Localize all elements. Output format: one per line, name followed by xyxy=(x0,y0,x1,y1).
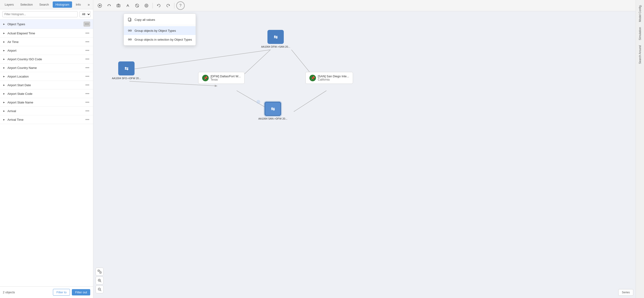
more-button-airport-start-date[interactable]: ••• xyxy=(84,83,90,87)
airport-box-dfw[interactable]: 📌 [DFW] Dallas/Fort W... Texas xyxy=(198,72,244,84)
expand-arrow-airport-start-date: ► xyxy=(3,84,6,86)
filter-input[interactable] xyxy=(2,11,78,17)
context-group-label: Group objects by Object Types xyxy=(134,29,176,33)
histogram-item-airport[interactable]: ► Airport ••• xyxy=(0,46,93,55)
item-label-actual-elapsed-time: Actual Elapsed Time xyxy=(8,32,84,35)
flight-icon-3: ⇆ xyxy=(271,106,275,112)
airport-node-san[interactable]: 📌 [SAN] San Diego Inte... California xyxy=(306,72,353,84)
right-sidebar: Model Config. Simulation Search Around xyxy=(636,0,644,298)
histogram-item-arrival-time[interactable]: ► Arrival Time ••• xyxy=(0,115,93,124)
context-group-selection-label: Group objects in selection by Object Typ… xyxy=(134,38,192,41)
tab-histogram[interactable]: Histogram xyxy=(53,2,72,8)
block-tool-button[interactable] xyxy=(133,2,141,10)
link-tool-button[interactable] xyxy=(105,2,113,10)
undo-button[interactable] xyxy=(154,2,163,10)
flight-node-3[interactable]: ⇆ AA1064 SAN->DFW 20... xyxy=(256,100,260,104)
airport-pin-san: 📌 xyxy=(310,75,316,81)
flight-icon-1: ⇆ xyxy=(124,66,128,71)
expand-arrow-arrival-time: ► xyxy=(3,118,6,121)
more-button-object-types[interactable]: ••• xyxy=(84,22,90,27)
sidebar-tab-search-around[interactable]: Search Around xyxy=(637,43,643,66)
camera-tool-button[interactable] xyxy=(114,2,123,10)
series-button[interactable]: Series xyxy=(618,289,633,296)
filter-select[interactable]: All xyxy=(80,11,91,17)
histogram-item-arrival[interactable]: ► Arrival ••• xyxy=(0,107,93,115)
histogram-item-airport-location[interactable]: ► Airport Location ••• xyxy=(0,72,93,81)
branch-tool-button[interactable] xyxy=(124,2,132,10)
histogram-item-object-types[interactable]: ► Object Types ••• xyxy=(0,19,93,29)
histogram-item-airport-country-name[interactable]: ► Airport Country Name ••• xyxy=(0,64,93,72)
context-menu-group-selection[interactable]: Group objects in selection by Object Typ… xyxy=(124,35,196,44)
item-label-airport-country-iso: Airport Country ISO Code xyxy=(8,57,84,61)
airport-node-dfw[interactable]: 📌 [DFW] Dallas/Fort W... Texas xyxy=(198,72,244,84)
item-label-airport-location: Airport Location xyxy=(8,75,84,78)
flight-label-1: AA1004 SFO->DFW 20... xyxy=(112,77,141,80)
item-label-airport-country-name: Airport Country Name xyxy=(8,66,84,70)
svg-rect-20 xyxy=(98,270,99,271)
canvas-area[interactable]: ⇆ AA1004 SFO->DFW 20... ⇆ AA1064 DFW->SA… xyxy=(93,11,636,298)
svg-line-25 xyxy=(100,281,101,282)
svg-point-16 xyxy=(128,30,130,31)
collapse-button[interactable]: » xyxy=(86,2,91,8)
context-menu: Copy all values Group objects by Object … xyxy=(124,14,196,46)
svg-point-3 xyxy=(118,5,119,6)
item-label-arrival: Arrival xyxy=(8,109,84,113)
airport-info-dfw: [DFW] Dallas/Fort W... Texas xyxy=(210,75,241,81)
toolbar: ? xyxy=(93,0,636,11)
more-button-airport-state-name[interactable]: ••• xyxy=(84,100,90,104)
tab-search[interactable]: Search xyxy=(36,2,52,8)
airport-name-dfw: [DFW] Dallas/Fort W... xyxy=(210,75,241,78)
histogram-item-airport-country-iso[interactable]: ► Airport Country ISO Code ••• xyxy=(0,55,93,64)
expand-arrow-airport-location: ► xyxy=(3,75,6,78)
histogram-item-airport-state-code[interactable]: ► Airport State Code ••• xyxy=(0,89,93,98)
flight-box-1[interactable]: ⇆ xyxy=(118,61,134,75)
svg-line-5 xyxy=(136,4,138,7)
more-button-arrival[interactable]: ••• xyxy=(84,109,90,113)
svg-line-28 xyxy=(100,290,101,291)
more-button-airport-country-iso[interactable]: ••• xyxy=(84,57,90,61)
bottom-bar: 2 objects Filter to Filter out xyxy=(0,286,93,298)
airport-info-san: [SAN] San Diego Inte... California xyxy=(318,75,349,81)
histogram-item-actual-elapsed-time[interactable]: ► Actual Elapsed Time ••• xyxy=(0,29,93,38)
sidebar-tab-simulation[interactable]: Simulation xyxy=(637,25,643,43)
histogram-item-air-time[interactable]: ► Air Time ••• xyxy=(0,38,93,46)
filter-to-button[interactable]: Filter to xyxy=(53,289,70,296)
tab-info[interactable]: Info xyxy=(73,2,84,8)
svg-line-13 xyxy=(294,91,326,112)
item-label-airport-state-code: Airport State Code xyxy=(8,92,84,95)
help-button[interactable]: ? xyxy=(176,2,185,10)
more-button-airport[interactable]: ••• xyxy=(84,48,90,53)
more-button-air-time[interactable]: ••• xyxy=(84,40,90,44)
flight-box-2[interactable]: ⇆ xyxy=(268,30,284,44)
histogram-item-airport-start-date[interactable]: ► Airport Start Date ••• xyxy=(0,81,93,89)
fit-zoom-button[interactable] xyxy=(96,268,104,275)
zoom-out-button[interactable] xyxy=(96,285,104,293)
pointer-tool-button[interactable] xyxy=(96,2,104,10)
more-button-arrival-time[interactable]: ••• xyxy=(84,117,90,122)
svg-line-9 xyxy=(130,50,270,70)
svg-point-6 xyxy=(145,4,148,7)
tabs-bar: Layers Selection Search Histogram Info » xyxy=(0,0,93,9)
more-button-actual-elapsed-time[interactable]: ••• xyxy=(84,31,90,35)
context-menu-copy-all[interactable]: Copy all values xyxy=(124,15,196,24)
airport-state-dfw: Texas xyxy=(210,78,241,81)
tab-selection[interactable]: Selection xyxy=(18,2,36,8)
svg-rect-21 xyxy=(100,272,101,273)
histogram-item-airport-state-name[interactable]: ► Airport State Name ••• xyxy=(0,98,93,107)
context-menu-group-objects[interactable]: Group objects by Object Types xyxy=(124,26,196,35)
chain-tool-button[interactable] xyxy=(142,2,150,10)
expand-arrow-air-time: ► xyxy=(3,40,6,43)
zoom-in-button[interactable] xyxy=(96,276,104,284)
flight-box-3[interactable]: ⇆ xyxy=(265,102,281,116)
more-button-airport-location[interactable]: ••• xyxy=(84,74,90,78)
tab-layers[interactable]: Layers xyxy=(2,2,16,8)
svg-point-19 xyxy=(130,39,132,40)
filter-out-button[interactable]: Filter out xyxy=(72,289,90,295)
airport-box-san[interactable]: 📌 [SAN] San Diego Inte... California xyxy=(306,72,353,84)
connections-svg xyxy=(93,11,636,298)
redo-button[interactable] xyxy=(164,2,172,10)
more-button-airport-country-name[interactable]: ••• xyxy=(84,66,90,70)
expand-arrow-actual-elapsed-time: ► xyxy=(3,32,6,35)
more-button-airport-state-code[interactable]: ••• xyxy=(84,92,90,96)
sidebar-tab-model-config[interactable]: Model Config. xyxy=(637,2,643,24)
